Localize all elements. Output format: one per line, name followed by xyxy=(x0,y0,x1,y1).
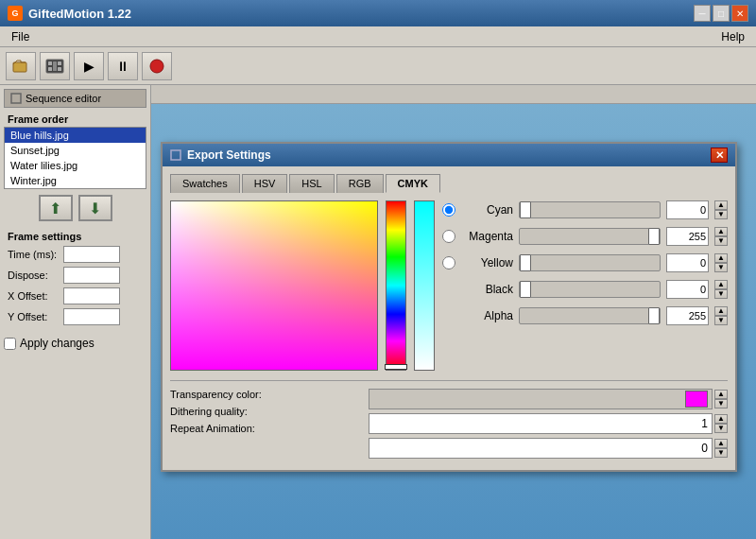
hue-slider[interactable] xyxy=(386,200,406,371)
svg-rect-6 xyxy=(53,61,57,71)
apply-changes-label: Apply changes xyxy=(20,337,94,350)
black-spinners: ▲ ▼ xyxy=(714,280,728,299)
yellow-value: 0 xyxy=(666,253,709,272)
black-down[interactable]: ▼ xyxy=(714,289,728,299)
dithering-down[interactable]: ▼ xyxy=(714,424,728,433)
frame-list: Blue hills.jpg Sunset.jpg Water lilies.j… xyxy=(4,127,146,189)
black-up[interactable]: ▲ xyxy=(714,280,728,289)
dithering-spinners: ▲ ▼ xyxy=(714,414,728,433)
cyan-spinners: ▲ ▼ xyxy=(714,200,728,219)
y-offset-input[interactable] xyxy=(63,308,120,325)
dithering-up[interactable]: ▲ xyxy=(714,414,728,424)
yellow-row: Yellow 0 ▲ ▼ xyxy=(442,253,728,272)
alpha-label: Alpha xyxy=(461,309,513,322)
time-row: Time (ms): xyxy=(8,246,143,263)
frame-order-label: Frame order xyxy=(4,112,146,127)
x-offset-input[interactable] xyxy=(63,287,120,304)
alpha-slider[interactable] xyxy=(414,200,435,371)
move-down-button[interactable]: ⬇ xyxy=(78,195,112,221)
black-value: 0 xyxy=(666,280,709,299)
dialog-title-bar: Export Settings ✕ xyxy=(163,144,735,166)
repeat-label: Repeat Animation: xyxy=(170,423,302,434)
dialog-body: Swatches HSV HSL RGB CMYK xyxy=(163,166,735,470)
yellow-thumb xyxy=(520,254,531,271)
app-icon: G xyxy=(8,6,23,21)
tab-hsv[interactable]: HSV xyxy=(242,174,288,193)
svg-rect-3 xyxy=(58,61,61,65)
yellow-radio[interactable] xyxy=(442,256,455,270)
frame-item[interactable]: Blue hills.jpg xyxy=(5,128,146,143)
transparency-bar[interactable] xyxy=(369,389,713,409)
tab-hsl[interactable]: HSL xyxy=(289,174,334,193)
yellow-spinners: ▲ ▼ xyxy=(714,253,728,272)
apply-changes-checkbox[interactable] xyxy=(4,338,16,350)
frame-item[interactable]: Sunset.jpg xyxy=(5,143,146,158)
open-button[interactable] xyxy=(6,52,36,80)
play-button[interactable]: ▶ xyxy=(74,52,104,80)
magenta-slider[interactable] xyxy=(519,228,661,245)
magenta-thumb xyxy=(648,228,660,245)
cyan-label: Cyan xyxy=(461,203,513,217)
y-offset-row: Y Offset: xyxy=(8,308,143,325)
color-gradient[interactable] xyxy=(170,200,378,371)
repeat-up[interactable]: ▲ xyxy=(714,439,728,448)
repeat-value-row: 0 ▲ ▼ xyxy=(369,438,728,459)
help-menu[interactable]: Help xyxy=(713,28,752,45)
magenta-down[interactable]: ▼ xyxy=(714,236,728,246)
cyan-slider[interactable] xyxy=(519,201,661,218)
transparency-up[interactable]: ▲ xyxy=(714,390,728,399)
repeat-row: Repeat Animation: xyxy=(170,423,359,434)
cmyk-sliders: Cyan 0 ▲ ▼ xyxy=(442,200,728,371)
dispose-row: Dispose: xyxy=(8,267,143,284)
svg-point-7 xyxy=(150,60,163,73)
tab-rgb[interactable]: RGB xyxy=(336,174,384,193)
cyan-value: 0 xyxy=(666,200,709,219)
repeat-input[interactable]: 0 xyxy=(369,438,713,459)
frame-item[interactable]: Water lilies.jpg xyxy=(5,158,146,173)
maximize-button[interactable]: □ xyxy=(713,5,730,22)
alpha-up[interactable]: ▲ xyxy=(714,306,728,316)
bottom-labels: Transparency color: Dithering quality: R… xyxy=(170,389,359,440)
dithering-value-row: 1 ▲ ▼ xyxy=(369,413,728,434)
cyan-radio[interactable] xyxy=(442,203,455,217)
time-input[interactable] xyxy=(63,246,120,263)
alpha-track[interactable] xyxy=(519,307,661,324)
file-menu[interactable]: File xyxy=(4,28,37,45)
tab-swatches[interactable]: Swatches xyxy=(170,174,240,193)
time-label: Time (ms): xyxy=(8,249,60,260)
pause-button[interactable]: ⏸ xyxy=(108,52,138,80)
toolbar: ▶ ⏸ xyxy=(0,47,756,85)
black-thumb xyxy=(520,281,531,298)
dithering-value: 1 xyxy=(701,417,708,430)
dithering-input[interactable]: 1 xyxy=(369,413,713,434)
yellow-down[interactable]: ▼ xyxy=(714,263,728,272)
close-button[interactable]: ✕ xyxy=(731,5,748,22)
record-button[interactable] xyxy=(142,52,172,80)
black-row: Black 0 ▲ ▼ xyxy=(442,280,728,299)
transparency-color-preview[interactable] xyxy=(685,391,708,408)
alpha-down[interactable]: ▼ xyxy=(714,316,728,325)
color-picker-area: Cyan 0 ▲ ▼ xyxy=(170,200,728,371)
svg-rect-2 xyxy=(48,61,52,65)
repeat-down[interactable]: ▼ xyxy=(714,448,728,458)
dispose-input[interactable] xyxy=(63,267,120,284)
minimize-button[interactable]: ─ xyxy=(694,5,711,22)
cyan-up[interactable]: ▲ xyxy=(714,200,728,210)
black-slider[interactable] xyxy=(519,281,661,298)
repeat-spinners: ▲ ▼ xyxy=(714,439,728,458)
transparency-down[interactable]: ▼ xyxy=(714,399,728,409)
magenta-up[interactable]: ▲ xyxy=(714,227,728,236)
alpha-thumb xyxy=(648,307,660,324)
dialog-close-button[interactable]: ✕ xyxy=(711,148,728,163)
frame-settings: Time (ms): Dispose: X Offset: Y Offset: xyxy=(4,244,146,331)
frame-item[interactable]: Winter.jpg xyxy=(5,173,146,188)
tab-cmyk[interactable]: CMYK xyxy=(386,174,440,193)
dialog-title-left: Export Settings xyxy=(170,148,271,162)
magenta-row: Magenta 255 ▲ ▼ xyxy=(442,227,728,246)
cyan-down[interactable]: ▼ xyxy=(714,210,728,219)
magenta-radio[interactable] xyxy=(442,230,455,243)
move-up-button[interactable]: ⬆ xyxy=(39,195,73,221)
yellow-slider[interactable] xyxy=(519,254,661,271)
yellow-up[interactable]: ▲ xyxy=(714,253,728,263)
film-button[interactable] xyxy=(40,52,70,80)
